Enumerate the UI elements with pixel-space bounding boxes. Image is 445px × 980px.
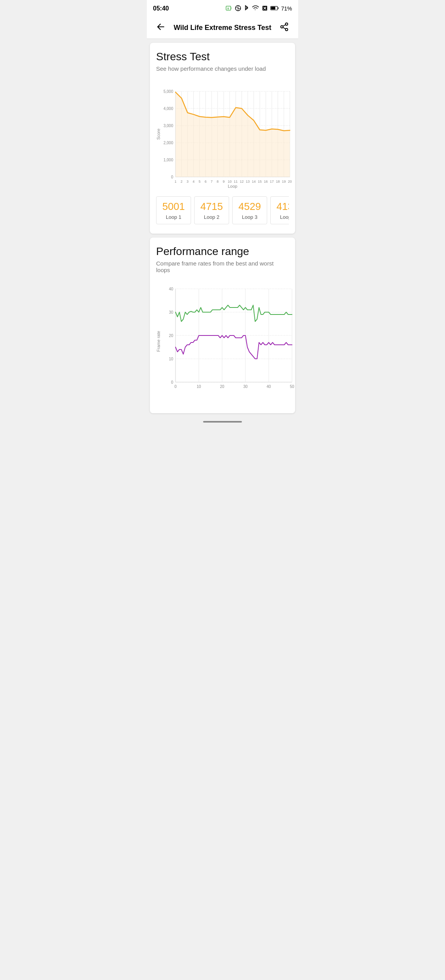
- loop-score-label: Loop 1: [161, 214, 186, 220]
- scroll-indicator: [147, 417, 298, 429]
- svg-text:13: 13: [246, 180, 250, 183]
- svg-text:6: 6: [205, 180, 207, 183]
- performance-range-card: Performance range Compare frame rates fr…: [150, 238, 295, 413]
- svg-text:16: 16: [264, 180, 268, 183]
- battery-saver-icon: [225, 5, 232, 13]
- performance-range-subtitle: Compare frame rates from the best and wo…: [156, 260, 289, 273]
- svg-text:10: 10: [169, 357, 174, 361]
- share-button[interactable]: [276, 21, 292, 35]
- wifi-icon: [252, 5, 259, 12]
- svg-text:0: 0: [174, 384, 177, 389]
- svg-text:7: 7: [210, 180, 212, 183]
- svg-line-13: [283, 28, 286, 29]
- loop-score-value: 4529: [237, 201, 262, 213]
- top-nav: Wild Life Extreme Stress Test: [147, 17, 298, 39]
- svg-text:1,000: 1,000: [163, 158, 173, 162]
- svg-text:Frame rate: Frame rate: [156, 331, 161, 352]
- loop-score-label: Loop 3: [237, 214, 262, 220]
- svg-text:18: 18: [276, 180, 280, 183]
- svg-text:8: 8: [217, 180, 219, 183]
- svg-text:2,000: 2,000: [163, 141, 173, 145]
- svg-text:40: 40: [266, 384, 271, 389]
- svg-text:40: 40: [169, 287, 174, 291]
- svg-text:30: 30: [243, 384, 248, 389]
- battery-percent: 71%: [281, 5, 292, 12]
- svg-point-10: [285, 23, 288, 25]
- status-time: 05:40: [153, 5, 169, 12]
- svg-line-14: [283, 25, 286, 26]
- stress-test-title: Stress Test: [156, 51, 289, 63]
- loop-score-label: Loop 2: [199, 214, 224, 220]
- vpn-icon: [235, 5, 242, 13]
- battery-level-icon: [270, 5, 279, 12]
- svg-rect-9: [278, 7, 279, 9]
- svg-text:15: 15: [258, 180, 262, 183]
- svg-text:20: 20: [169, 334, 174, 338]
- x-icon: [262, 5, 268, 12]
- svg-text:20: 20: [220, 384, 224, 389]
- svg-text:5: 5: [198, 180, 200, 183]
- svg-text:17: 17: [270, 180, 274, 183]
- svg-text:0: 0: [171, 380, 173, 384]
- loop-scores: 5001 Loop 1 4715 Loop 2 4529 Loop 3 4135…: [156, 196, 289, 226]
- loop-score-value: 5001: [161, 201, 186, 213]
- svg-text:1: 1: [174, 180, 176, 183]
- svg-text:50: 50: [290, 384, 294, 389]
- svg-text:5,000: 5,000: [163, 89, 173, 94]
- loop-score-item: 4715 Loop 2: [194, 196, 229, 224]
- svg-text:10: 10: [228, 180, 231, 183]
- scroll-bar: [203, 421, 242, 423]
- svg-text:0: 0: [171, 175, 173, 179]
- loop-score-item: 5001 Loop 1: [156, 196, 191, 224]
- svg-text:3,000: 3,000: [163, 124, 173, 128]
- svg-text:Loop: Loop: [228, 184, 237, 189]
- bluetooth-icon: [244, 5, 249, 13]
- svg-point-11: [281, 26, 283, 28]
- loop-score-value: 4135: [275, 201, 289, 213]
- status-bar: 05:40: [147, 0, 298, 17]
- svg-rect-1: [231, 7, 231, 9]
- loop-score-value: 4715: [199, 201, 224, 213]
- svg-text:11: 11: [234, 180, 238, 183]
- performance-range-chart: Frame rate 0 10 20 30 40 0 10 20 30: [156, 281, 289, 399]
- svg-text:30: 30: [169, 310, 174, 314]
- svg-text:4: 4: [193, 180, 195, 183]
- svg-rect-0: [226, 6, 231, 10]
- stress-test-card: Stress Test See how performance changes …: [150, 43, 295, 234]
- svg-text:4,000: 4,000: [163, 107, 173, 111]
- svg-text:10: 10: [196, 384, 201, 389]
- svg-text:20: 20: [288, 180, 292, 183]
- svg-text:3: 3: [186, 180, 188, 183]
- loop-score-item: 4135 Loop 4: [270, 196, 289, 224]
- loop-score-item: 4529 Loop 3: [232, 196, 267, 224]
- svg-text:Score: Score: [156, 129, 161, 140]
- svg-text:12: 12: [240, 180, 243, 183]
- performance-range-title: Performance range: [156, 245, 289, 258]
- loop-score-label: Loop 4: [275, 214, 289, 220]
- svg-text:14: 14: [252, 180, 256, 183]
- svg-text:2: 2: [181, 180, 183, 183]
- svg-text:9: 9: [222, 180, 224, 183]
- back-button[interactable]: [153, 21, 169, 35]
- svg-rect-8: [271, 7, 275, 9]
- status-icons: 71%: [225, 5, 292, 13]
- stress-test-subtitle: See how performance changes under load: [156, 65, 289, 72]
- svg-point-12: [285, 28, 288, 31]
- stress-test-chart: Score 0 1,000 2,000 3,000 4,000 5,000: [156, 80, 289, 190]
- page-title: Wild Life Extreme Stress Test: [169, 24, 276, 32]
- svg-text:19: 19: [282, 180, 286, 183]
